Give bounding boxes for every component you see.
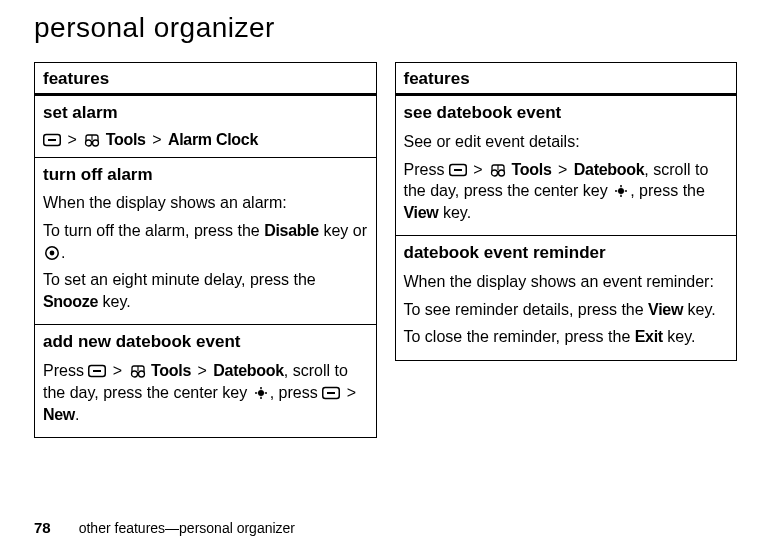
tools-label: Tools	[151, 362, 191, 379]
table-header: features	[35, 63, 377, 95]
separator: >	[111, 362, 124, 379]
tools-icon	[129, 363, 147, 379]
right-column: features see datebook event See or edit …	[395, 62, 738, 361]
datebook-label: Datebook	[213, 362, 284, 379]
center-key-icon	[252, 385, 270, 401]
text: key or	[319, 222, 367, 239]
row-set-alarm: set alarm > Tools > Alarm Clock	[35, 95, 377, 158]
view-key-label: View	[404, 204, 439, 221]
nav-key-icon	[43, 245, 61, 261]
tools-label: Tools	[106, 131, 146, 148]
paragraph: To close the reminder, press the Exit ke…	[404, 326, 729, 348]
datebook-label: Datebook	[574, 161, 645, 178]
new-label: New	[43, 406, 75, 423]
menu-key-icon	[43, 132, 61, 148]
text: , press	[270, 384, 322, 401]
section-title: turn off alarm	[43, 164, 368, 187]
paragraph: To turn off the alarm, press the Disable…	[43, 220, 368, 263]
row-see-datebook-event: see datebook event See or edit event det…	[395, 95, 737, 236]
menu-key-icon	[88, 363, 106, 379]
text: To set an eight minute delay, press the	[43, 271, 316, 288]
row-add-datebook-event: add new datebook event Press > Tools > D…	[35, 325, 377, 438]
tools-label: Tools	[512, 161, 552, 178]
text: To close the reminder, press the	[404, 328, 635, 345]
row-turn-off-alarm: turn off alarm When the display shows an…	[35, 157, 377, 325]
text: To turn off the alarm, press the	[43, 222, 264, 239]
text: key.	[438, 204, 471, 221]
text: key.	[683, 301, 716, 318]
row-datebook-event-reminder: datebook event reminder When the display…	[395, 236, 737, 361]
left-column: features set alarm > Tools > Alarm Clock…	[34, 62, 377, 438]
text: key.	[98, 293, 131, 310]
paragraph: Press > Tools > Datebook, scroll to the …	[404, 159, 729, 224]
page-footer: 78other features—personal organizer	[34, 519, 295, 536]
alarm-clock-label: Alarm Clock	[168, 131, 258, 148]
separator: >	[556, 161, 569, 178]
page-number: 78	[34, 519, 51, 536]
table-header: features	[395, 63, 737, 95]
text: .	[61, 244, 65, 261]
text: .	[75, 406, 79, 423]
section-title: add new datebook event	[43, 331, 368, 354]
view-key-label: View	[648, 301, 683, 318]
exit-key-label: Exit	[635, 328, 663, 345]
separator: >	[345, 384, 358, 401]
paragraph: When the display shows an event reminder…	[404, 271, 729, 293]
separator: >	[65, 131, 78, 148]
separator: >	[150, 131, 163, 148]
separator: >	[195, 362, 208, 379]
features-table-left: features set alarm > Tools > Alarm Clock…	[34, 62, 377, 438]
snooze-key-label: Snooze	[43, 293, 98, 310]
section-title: see datebook event	[404, 102, 729, 125]
text: Press	[404, 161, 449, 178]
text: Press	[43, 362, 88, 379]
menu-key-icon	[322, 385, 340, 401]
paragraph: To set an eight minute delay, press the …	[43, 269, 368, 312]
page-title: personal organizer	[34, 12, 737, 44]
paragraph: See or edit event details:	[404, 131, 729, 153]
separator: >	[471, 161, 484, 178]
features-table-right: features see datebook event See or edit …	[395, 62, 738, 361]
section-title: set alarm	[43, 102, 368, 125]
paragraph: Press > Tools > Datebook, scroll to the …	[43, 360, 368, 425]
disable-key-label: Disable	[264, 222, 319, 239]
paragraph: When the display shows an alarm:	[43, 192, 368, 214]
text: key.	[663, 328, 696, 345]
center-key-icon	[612, 183, 630, 199]
text: To see reminder details, press the	[404, 301, 649, 318]
text: , press the	[630, 182, 705, 199]
paragraph: To see reminder details, press the View …	[404, 299, 729, 321]
tools-icon	[489, 162, 507, 178]
tools-icon	[83, 132, 101, 148]
footer-text: other features—personal organizer	[79, 520, 295, 536]
section-title: datebook event reminder	[404, 242, 729, 265]
menu-key-icon	[449, 162, 467, 178]
